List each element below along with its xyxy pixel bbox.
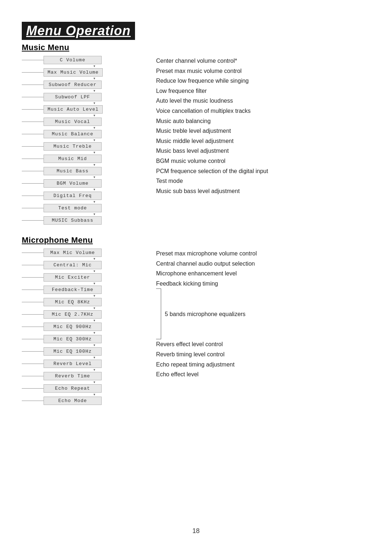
music-desc-0: Center channel volume control* xyxy=(156,56,370,66)
mic-desc-0: Preset max microphone volume control xyxy=(156,249,370,259)
music-box-11: Digital Freq xyxy=(44,192,102,200)
mic-box-12: Echo Mode xyxy=(44,397,102,405)
mic-menu-items: Max Mic VolumeCentral: MicMic ExciterFee… xyxy=(22,249,145,405)
music-box-13: MUSIC Subbass xyxy=(44,216,102,225)
page-title: Menu Operation xyxy=(22,22,135,40)
microphone-menu-content: Max Mic VolumeCentral: MicMic ExciterFee… xyxy=(22,249,370,405)
mic-box-1: Central: Mic xyxy=(44,261,102,269)
music-desc-5: Voice cancellation of multiplex tracks xyxy=(156,106,370,116)
music-box-10: BGM Volume xyxy=(44,179,102,188)
music-box-4: Music Auto Level xyxy=(44,105,103,114)
music-box-0: C Volume xyxy=(44,56,102,64)
mic-menu-item-6: Mic EQ 900Hz xyxy=(22,323,145,335)
music-desc-6: Music auto balancing xyxy=(156,116,370,126)
mic-desc-2: Microphone enhancement level xyxy=(156,269,370,279)
music-box-3: Subwoof LPF xyxy=(44,93,102,101)
mic-box-3: Feedback-Time xyxy=(44,286,102,294)
mic-menu-item-3: Feedback-Time xyxy=(22,286,145,298)
mic-desc-10: Reverb timing level control xyxy=(156,349,370,360)
music-desc-10: BGM music volume control xyxy=(156,156,370,166)
mic-menu-item-2: Mic Exciter xyxy=(22,273,145,286)
music-desc-8: Music middle level adjustment xyxy=(156,136,370,146)
microphone-menu-section: Microphone Menu Max Mic VolumeCentral: M… xyxy=(22,235,370,405)
mic-menu-item-12: Echo Mode xyxy=(22,397,145,405)
music-desc-9: Music bass level adjustment xyxy=(156,146,370,156)
title-block: Menu Operation xyxy=(22,22,370,40)
music-menu-item-13: MUSIC Subbass xyxy=(22,216,145,225)
music-box-9: Music Bass xyxy=(44,167,102,175)
music-menu-item-11: Digital Freq xyxy=(22,192,145,204)
music-desc-3: Low frequence filter xyxy=(156,86,370,96)
music-desc-2: Reduce low frequence while singing xyxy=(156,76,370,86)
mic-desc-11: Echo repeat timing adjustment xyxy=(156,360,370,370)
music-desc-13: Music sub bass level adjustment xyxy=(156,186,370,196)
music-menu-item-2: Subwoof Reducer xyxy=(22,81,145,93)
mic-box-9: Reverb Level xyxy=(44,360,102,368)
music-desc-7: Music treble level adjustment xyxy=(156,126,370,136)
mic-menu-item-11: Echo Repeat xyxy=(22,384,145,397)
page-number: 18 xyxy=(192,527,200,535)
mic-descriptions: Preset max microphone volume controlCent… xyxy=(145,249,370,405)
mic-box-2: Mic Exciter xyxy=(44,273,102,282)
music-menu-item-0: C Volume xyxy=(22,56,145,68)
mic-box-5: Mic EQ 2.7KHz xyxy=(44,310,102,319)
music-desc-12: Test mode xyxy=(156,176,370,186)
music-menu-item-6: Music Balance xyxy=(22,130,145,142)
mic-menu-item-4: Mic EQ 8KHz xyxy=(22,298,145,310)
mic-box-4: Mic EQ 8KHz xyxy=(44,298,102,306)
mic-menu-item-1: Central: Mic xyxy=(22,261,145,273)
music-menu-section: Music Menu C VolumeMax Music VolumeSubwo… xyxy=(22,43,370,225)
music-desc-1: Preset max music volume control xyxy=(156,66,370,76)
music-menu-item-7: Music Treble xyxy=(22,142,145,155)
mic-box-10: Reverb Time xyxy=(44,372,102,380)
mic-desc-3: Feedback kicking timing xyxy=(156,279,370,289)
microphone-menu-title: Microphone Menu xyxy=(22,235,370,245)
mic-box-0: Max Mic Volume xyxy=(44,249,102,257)
music-menu-content: C VolumeMax Music VolumeSubwoof ReducerS… xyxy=(22,56,370,225)
mic-box-8: Mic EQ 100Hz xyxy=(44,347,102,356)
music-box-5: Music Vocal xyxy=(44,118,102,126)
music-box-12: Test mode xyxy=(44,204,102,212)
mic-menu-item-0: Max Mic Volume xyxy=(22,249,145,261)
music-menu-item-4: Music Auto Level xyxy=(22,105,145,118)
music-menu-item-5: Music Vocal xyxy=(22,118,145,130)
music-box-8: Music Mid xyxy=(44,155,102,163)
music-box-7: Music Treble xyxy=(44,142,102,151)
mic-box-11: Echo Repeat xyxy=(44,384,102,393)
mic-desc-1: Central channel audio output selection xyxy=(156,259,370,269)
music-box-6: Music Balance xyxy=(44,130,102,138)
mic-menu-item-8: Mic EQ 100Hz xyxy=(22,347,145,360)
mic-box-6: Mic EQ 900Hz xyxy=(44,323,102,331)
music-desc-11: PCM frequence selection of the digital i… xyxy=(156,166,370,176)
mic-eq-bracket-group: 5 bands microphone equalizers xyxy=(156,288,370,339)
music-menu-items: C VolumeMax Music VolumeSubwoof ReducerS… xyxy=(22,56,145,225)
mic-menu-item-7: Mic EQ 300Hz xyxy=(22,335,145,347)
mic-desc-9: Revers effect level control xyxy=(156,339,370,349)
music-descriptions: Center channel volume control*Preset max… xyxy=(145,56,370,225)
music-menu-item-10: BGM Volume xyxy=(22,179,145,192)
music-menu-item-12: Test mode xyxy=(22,204,145,216)
mic-box-7: Mic EQ 300Hz xyxy=(44,335,102,343)
mic-desc-12: Echo effect level xyxy=(156,369,370,380)
music-menu-item-8: Music Mid xyxy=(22,155,145,167)
music-menu-item-3: Subwoof LPF xyxy=(22,93,145,105)
mic-eq-description: 5 bands microphone equalizers xyxy=(165,309,245,319)
music-desc-4: Auto level the music loudness xyxy=(156,96,370,106)
music-menu-title: Music Menu xyxy=(22,43,370,52)
music-box-1: Max Music Volume xyxy=(44,68,103,77)
music-box-2: Subwoof Reducer xyxy=(44,81,102,89)
mic-menu-item-9: Reverb Level xyxy=(22,360,145,372)
music-menu-item-1: Max Music Volume xyxy=(22,68,145,81)
music-menu-item-9: Music Bass xyxy=(22,167,145,179)
mic-menu-item-10: Reverb Time xyxy=(22,372,145,384)
mic-menu-item-5: Mic EQ 2.7KHz xyxy=(22,310,145,323)
